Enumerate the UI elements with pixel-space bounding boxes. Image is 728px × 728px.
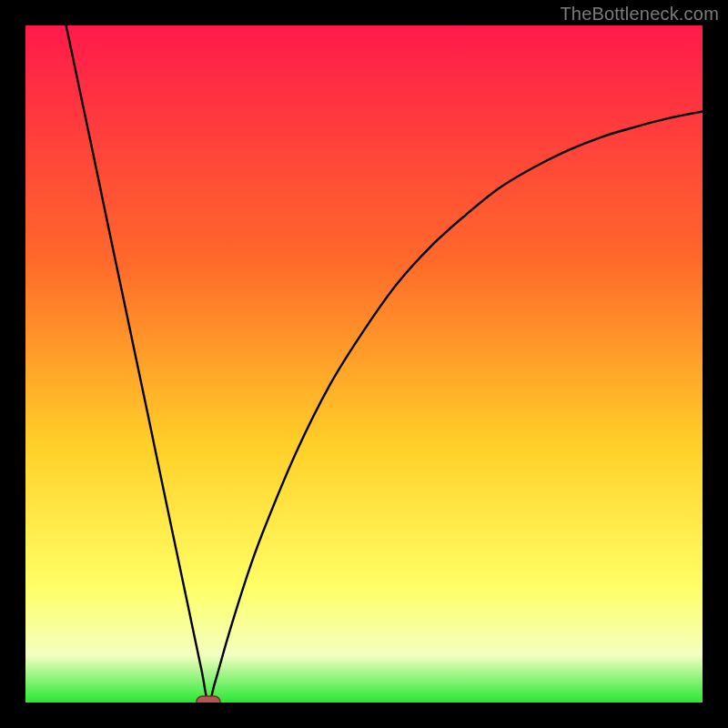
optimum-marker [197, 696, 220, 703]
bottleneck-chart [25, 25, 703, 703]
watermark-text: TheBottleneck.com [560, 4, 719, 25]
gradient-background [25, 25, 703, 703]
chart-frame [25, 25, 703, 703]
